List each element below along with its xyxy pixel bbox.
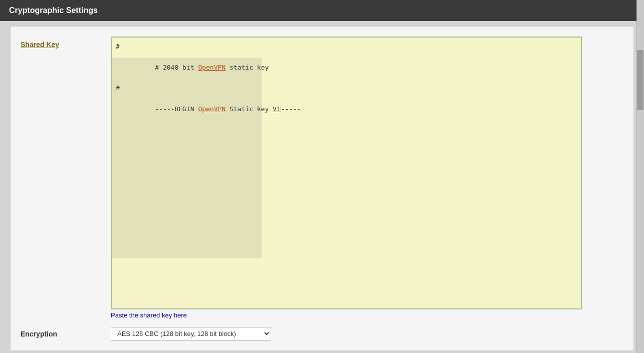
- key-content-placeholder: [116, 125, 577, 305]
- page-title: Cryptographic Settings: [9, 6, 98, 15]
- key-line-1: #: [116, 42, 577, 52]
- shared-key-control: # # 2048 bit OpenVPN static key # -----B…: [111, 37, 623, 319]
- v1-word-begin: V1: [273, 105, 281, 113]
- page-scrollbar[interactable]: [636, 0, 644, 353]
- shared-key-hint: Paste the shared key here: [111, 311, 623, 319]
- scrollbar-thumb[interactable]: [637, 50, 643, 110]
- settings-form: Shared Key # # 2048 bit OpenVPN static k…: [10, 26, 634, 351]
- key-line-4: -----BEGIN OpenVPN Static key V1-----: [116, 94, 577, 125]
- key-line-3: #: [116, 83, 577, 94]
- openvpn-word-2: OpenVPN: [198, 105, 226, 113]
- encryption-row: Encryption AES 128 CBC (128 bit key, 128…: [21, 327, 623, 340]
- shared-key-textarea[interactable]: # # 2048 bit OpenVPN static key # -----B…: [111, 37, 582, 309]
- key-line-end: -----END OpenVPN Static key V1-----: [116, 305, 577, 309]
- shared-key-label: Shared Key: [21, 37, 111, 49]
- key-line-2: # 2048 bit OpenVPN static key: [116, 52, 577, 83]
- openvpn-word-1: OpenVPN: [198, 64, 226, 71]
- page-header: Cryptographic Settings: [0, 0, 644, 21]
- shared-key-row: Shared Key # # 2048 bit OpenVPN static k…: [21, 37, 623, 319]
- encryption-select[interactable]: AES 128 CBC (128 bit key, 128 bit block)…: [111, 327, 271, 340]
- encryption-label: Encryption: [21, 330, 111, 338]
